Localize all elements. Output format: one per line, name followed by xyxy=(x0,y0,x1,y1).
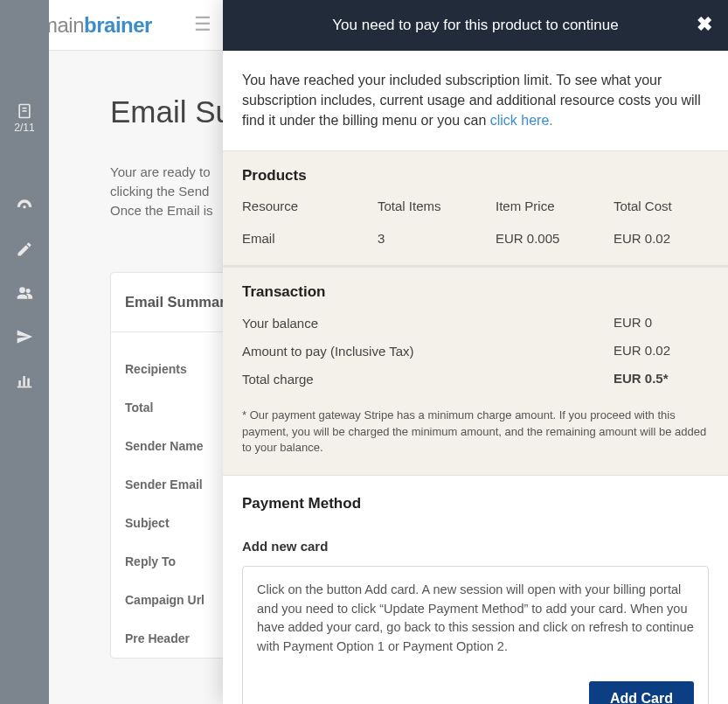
add-new-card-label: Add new card xyxy=(242,539,709,554)
nav-analytics[interactable] xyxy=(0,359,49,402)
cell-total-cost: EUR 0.02 xyxy=(614,231,709,246)
products-section: Products Resource Total Items Item Price… xyxy=(223,150,728,266)
paper-plane-icon xyxy=(16,328,33,345)
subscription-limit-text: You have reached your included subscript… xyxy=(223,51,728,150)
svg-point-8 xyxy=(26,289,31,293)
cell-total-items: 3 xyxy=(378,231,496,246)
transaction-row-amount: Amount to pay (Inclusive Tax) EUR 0.02 xyxy=(242,343,709,360)
step-counter-text: 2/11 xyxy=(14,122,34,134)
transaction-heading: Transaction xyxy=(242,283,709,301)
add-card-box: Click on the button Add card. A new sess… xyxy=(242,566,709,704)
svg-point-6 xyxy=(23,206,25,208)
svg-rect-10 xyxy=(23,376,25,387)
cell-item-price: EUR 0.005 xyxy=(496,231,614,246)
sidebar: 2/11 xyxy=(0,0,49,704)
gauge-icon xyxy=(16,197,33,214)
nav-send[interactable] xyxy=(0,315,49,359)
products-table-header: Resource Total Items Item Price Total Co… xyxy=(242,199,709,213)
cell-resource: Email xyxy=(242,231,378,246)
col-total-cost: Total Cost xyxy=(614,199,709,213)
nav-dashboard[interactable] xyxy=(0,184,49,227)
transaction-row-total: Total charge EUR 0.5* xyxy=(242,371,709,388)
transaction-row-balance: Your balance EUR 0 xyxy=(242,315,709,332)
stripe-disclaimer: * Our payment gateway Stripe has a minim… xyxy=(242,408,709,456)
brand-text-brainer: brainer xyxy=(84,13,152,38)
products-heading: Products xyxy=(242,167,709,185)
menu-toggle-icon[interactable]: ☰ xyxy=(194,13,211,36)
modal-title: You need to pay for this product to cont… xyxy=(332,17,618,34)
people-icon xyxy=(16,284,33,302)
close-icon[interactable]: ✖ xyxy=(697,13,712,36)
svg-rect-9 xyxy=(18,380,21,387)
pencil-icon xyxy=(16,240,33,258)
svg-rect-11 xyxy=(27,379,30,387)
add-card-button[interactable]: Add Card xyxy=(589,681,694,704)
nav-edit[interactable] xyxy=(0,227,49,271)
payment-method-section: Payment Method Add new card Click on the… xyxy=(223,476,728,704)
chart-icon xyxy=(16,372,33,389)
payment-modal: You need to pay for this product to cont… xyxy=(223,0,728,704)
add-card-instructions: Click on the button Add card. A new sess… xyxy=(257,581,694,657)
click-here-link[interactable]: click here. xyxy=(490,113,553,128)
paper-icon xyxy=(16,102,33,120)
modal-body: You have reached your included subscript… xyxy=(223,51,728,704)
products-table-row: Email 3 EUR 0.005 EUR 0.02 xyxy=(242,231,709,246)
transaction-section: Transaction Your balance EUR 0 Amount to… xyxy=(223,267,728,476)
payment-method-heading: Payment Method xyxy=(242,495,709,512)
col-total-items: Total Items xyxy=(378,199,496,213)
col-resource: Resource xyxy=(242,199,378,213)
nav-contacts[interactable] xyxy=(0,271,49,315)
step-indicator[interactable]: 2/11 xyxy=(0,96,49,140)
modal-header: You need to pay for this product to cont… xyxy=(223,0,728,51)
svg-point-7 xyxy=(19,287,25,293)
col-item-price: Item Price xyxy=(496,199,614,213)
